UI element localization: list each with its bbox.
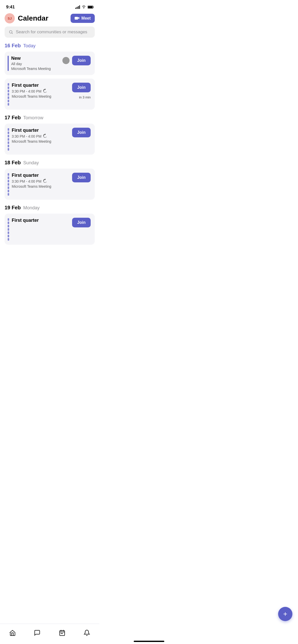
- wifi-icon: [82, 5, 86, 9]
- header-left: SJ Calendar: [5, 13, 48, 23]
- event-time-row: All day: [11, 62, 60, 66]
- event-content: First quarter3:30 PM - 4:00 PMMicrosoft …: [12, 128, 70, 143]
- event-actions: Join: [62, 56, 91, 65]
- event-actions: Joinin 3 min: [72, 83, 91, 99]
- status-time: 9:41: [6, 5, 15, 10]
- event-platform: Microsoft Teams Meeting: [12, 139, 70, 143]
- recurring-icon: [43, 134, 47, 139]
- date-label: Sunday: [23, 160, 39, 166]
- event-actions: Join: [72, 173, 91, 182]
- date-label: Today: [23, 43, 35, 49]
- date-header-feb18: 18 FebSunday: [0, 160, 99, 169]
- recurring-icon: [43, 179, 47, 184]
- event-platform: Microsoft Teams Meeting: [12, 184, 70, 188]
- date-label: Monday: [23, 205, 39, 211]
- search-input-placeholder: Search for communities or messages: [16, 30, 87, 35]
- recurring-icon: [43, 89, 47, 94]
- join-button-first-quarter-19[interactable]: Join: [72, 218, 91, 227]
- event-accent-solid: [8, 56, 9, 71]
- date-number: 16 Feb: [5, 43, 21, 49]
- event-status-label: in 3 min: [79, 95, 91, 99]
- event-content: First quarter: [12, 218, 70, 224]
- event-title: First quarter: [12, 173, 70, 178]
- svg-point-0: [84, 8, 84, 9]
- join-button-first-quarter-17[interactable]: Join: [72, 128, 91, 137]
- event-accent-dashed: [8, 173, 9, 196]
- camera-icon: [75, 17, 80, 20]
- event-time-row: 3:30 PM - 4:00 PM: [12, 89, 70, 94]
- event-content: First quarter3:30 PM - 4:00 PMMicrosoft …: [12, 173, 70, 188]
- event-card-first-quarter-19: First quarterJoin: [5, 214, 95, 245]
- date-label: Tomorrow: [23, 115, 43, 121]
- battery-icon: [88, 5, 94, 9]
- status-icons: [75, 5, 94, 9]
- event-actions: Join: [72, 218, 91, 227]
- event-title: First quarter: [12, 83, 70, 88]
- event-card-first-quarter-16: First quarter3:30 PM - 4:00 PMMicrosoft …: [5, 79, 95, 110]
- event-time-row: 3:30 PM - 4:00 PM: [12, 179, 70, 184]
- join-button-first-quarter-18[interactable]: Join: [72, 173, 91, 182]
- date-number: 17 Feb: [5, 115, 21, 121]
- event-accent-dashed: [8, 218, 9, 241]
- event-actions: Join: [72, 128, 91, 137]
- meet-button[interactable]: Meet: [71, 14, 95, 23]
- event-title: First quarter: [12, 128, 70, 133]
- page-title: Calendar: [18, 14, 48, 22]
- svg-rect-2: [88, 6, 92, 8]
- search-icon: [9, 30, 13, 34]
- event-title: New: [11, 56, 60, 61]
- date-number: 18 Feb: [5, 160, 21, 166]
- status-bar: 9:41: [0, 0, 99, 12]
- event-accent-dashed: [8, 128, 9, 151]
- event-platform: Microsoft Teams Meeting: [12, 94, 70, 98]
- date-header-feb19: 19 FebMonday: [0, 205, 99, 214]
- header: SJ Calendar Meet: [0, 12, 99, 26]
- event-card-first-quarter-18: First quarter3:30 PM - 4:00 PMMicrosoft …: [5, 169, 95, 200]
- date-number: 19 Feb: [5, 205, 21, 211]
- avatar[interactable]: SJ: [5, 13, 15, 23]
- join-button-new-allday[interactable]: Join: [72, 56, 91, 65]
- svg-rect-3: [75, 17, 78, 20]
- event-time-row: 3:30 PM - 4:00 PM: [12, 134, 70, 139]
- search-bar[interactable]: Search for communities or messages: [5, 26, 95, 38]
- event-content: First quarter3:30 PM - 4:00 PMMicrosoft …: [12, 83, 70, 98]
- event-card-first-quarter-17: First quarter3:30 PM - 4:00 PMMicrosoft …: [5, 124, 95, 155]
- date-header-feb16: 16 FebToday: [0, 43, 99, 52]
- event-accent-dashed: [8, 83, 9, 106]
- event-title: First quarter: [12, 218, 70, 223]
- status-dot: [62, 57, 70, 64]
- event-card-new-allday: NewAll dayMicrosoft Teams MeetingJoin: [5, 52, 95, 75]
- join-button-first-quarter-16[interactable]: Join: [72, 83, 91, 92]
- scroll-area: 16 FebTodayNewAll dayMicrosoft Teams Mee…: [0, 43, 99, 274]
- event-content: NewAll dayMicrosoft Teams Meeting: [11, 56, 60, 71]
- signal-icon: [75, 5, 80, 9]
- event-platform: Microsoft Teams Meeting: [11, 67, 60, 71]
- date-header-feb17: 17 FebTomorrow: [0, 115, 99, 124]
